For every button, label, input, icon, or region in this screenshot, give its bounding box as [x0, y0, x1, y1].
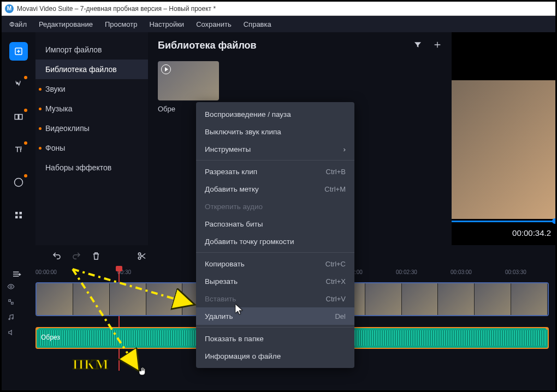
chevron-right-icon: › [343, 145, 346, 153]
sidebar-item-sounds[interactable]: Звуки [35, 79, 148, 99]
ctx-paste: ВставитьCtrl+V [196, 290, 354, 307]
menu-settings[interactable]: Настройки [149, 20, 184, 28]
tool-transitions[interactable] [9, 108, 28, 126]
ctx-separator [196, 327, 354, 328]
ctx-detach-audio: Открепить аудио [196, 198, 354, 215]
ctx-mute-clip[interactable]: Выключить звук клипа [196, 123, 354, 140]
ruler-tick: 00:00:00 [35, 269, 57, 275]
ctx-add-volume-point[interactable]: Добавить точку громкости [196, 233, 354, 250]
menu-file[interactable]: Файл [9, 20, 27, 28]
menu-help[interactable]: Справка [244, 20, 271, 28]
svg-rect-3 [15, 212, 18, 215]
track-music-icon[interactable] [7, 313, 33, 323]
track-controls [7, 280, 33, 337]
ctx-separator [196, 160, 354, 161]
play-overlay-icon [161, 64, 171, 74]
tool-import[interactable] [9, 42, 28, 61]
ctx-delete[interactable]: УдалитьDel [196, 307, 354, 325]
tool-column [2, 32, 35, 245]
svg-point-12 [9, 318, 10, 319]
sidebar-item-import[interactable]: Импорт файлов [35, 40, 148, 60]
context-menu: Воспроизведение / пауза Выключить звук к… [196, 102, 354, 368]
svg-rect-6 [20, 216, 22, 219]
svg-rect-10 [9, 300, 10, 302]
track-mute-icon[interactable] [7, 329, 33, 338]
sidebar-item-backgrounds[interactable]: Фоны [35, 138, 148, 158]
ctx-separator [196, 252, 354, 253]
thumbnail-image [158, 61, 219, 100]
tool-more[interactable] [9, 206, 28, 224]
preview-pane: 00:00:34.2 [452, 32, 555, 245]
ctx-tools[interactable]: Инструменты› [196, 140, 354, 158]
svg-rect-11 [11, 302, 13, 305]
svg-rect-5 [15, 216, 18, 219]
filter-icon[interactable] [413, 40, 422, 51]
window-title: Movavi Video Suite – 7-дневная пробная в… [17, 5, 216, 13]
preview-video-frame [452, 80, 555, 219]
track-link-icon[interactable] [7, 298, 33, 308]
ctx-show-in-folder[interactable]: Показать в папке [196, 330, 354, 347]
ctx-play-pause[interactable]: Воспроизведение / пауза [196, 105, 354, 123]
svg-rect-4 [20, 212, 22, 215]
ruler-tick: 00:03:30 [505, 269, 526, 275]
add-track-button[interactable] [11, 269, 21, 281]
redo-button[interactable] [72, 251, 81, 261]
menu-save[interactable]: Сохранить [196, 20, 232, 28]
ctx-copy[interactable]: КопироватьCtrl+C [196, 255, 354, 272]
svg-point-9 [10, 286, 12, 288]
audio-clip-label: Обрез [41, 334, 60, 341]
ctx-detect-beats[interactable]: Распознать биты [196, 215, 354, 233]
preview-scrubber[interactable] [452, 221, 555, 222]
track-visibility-icon[interactable] [7, 283, 33, 293]
ctx-cut[interactable]: ВырезатьCtrl+X [196, 272, 354, 290]
menu-edit[interactable]: Редактирование [39, 20, 93, 28]
svg-point-13 [12, 318, 13, 319]
category-sidebar: Импорт файлов Библиотека файлов Звуки Му… [35, 32, 148, 245]
ctx-file-info[interactable]: Информация о файле [196, 347, 354, 365]
split-button[interactable] [137, 251, 147, 261]
sidebar-item-library[interactable]: Библиотека файлов [35, 60, 148, 79]
library-title: Библиотека файлов [158, 40, 257, 51]
svg-rect-2 [19, 115, 22, 120]
menu-view[interactable]: Просмотр [105, 20, 137, 28]
mouse-cursor-icon [235, 304, 243, 315]
tool-filters[interactable] [9, 75, 28, 93]
preview-timestamp: 00:00:34.2 [512, 228, 551, 237]
annotation-label-pkm: ПКМ [73, 357, 109, 373]
svg-rect-1 [15, 115, 18, 120]
window-titlebar: M Movavi Video Suite – 7-дневная пробная… [2, 2, 555, 16]
hand-cursor-icon [139, 366, 147, 377]
tool-stickers[interactable] [9, 173, 28, 192]
sidebar-item-music[interactable]: Музыка [35, 99, 148, 118]
menu-bar: Файл Редактирование Просмотр Настройки С… [2, 16, 555, 32]
ruler-tick: 00:02:30 [396, 269, 417, 275]
undo-button[interactable] [52, 251, 62, 261]
sidebar-item-videoclips[interactable]: Видеоклипы [35, 118, 148, 138]
ctx-split[interactable]: Разрезать клипCtrl+B [196, 163, 354, 180]
tool-titles[interactable] [9, 140, 28, 159]
app-logo-icon: M [5, 4, 14, 13]
add-icon[interactable] [433, 40, 442, 51]
ruler-tick: 00:03:00 [451, 269, 472, 275]
delete-button[interactable] [91, 251, 101, 261]
ctx-add-marker[interactable]: Добавить меткуCtrl+M [196, 180, 354, 198]
sidebar-item-effect-packs[interactable]: Наборы эффектов [35, 158, 148, 177]
